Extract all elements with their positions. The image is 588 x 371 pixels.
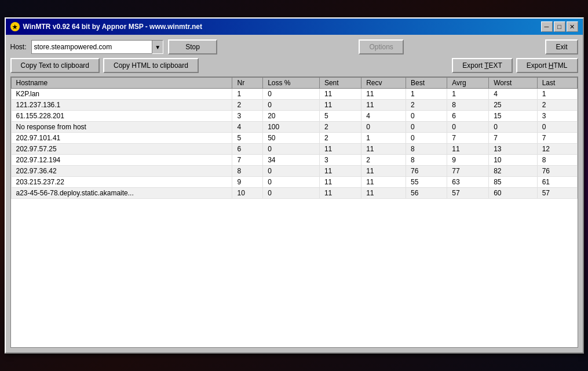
options-button[interactable]: Options	[359, 39, 403, 54]
titlebar-controls: ─ □ ✕	[541, 21, 578, 32]
cell-recv: 11	[361, 177, 406, 188]
cell-hostname: a23-45-56-78.deploy.static.akamaite...	[11, 188, 232, 199]
titlebar: ★ WinMTR v0.92 64 bit by Appnor MSP - ww…	[6, 19, 583, 35]
app-icon-symbol: ★	[12, 24, 17, 30]
cell-avrg: 77	[447, 166, 489, 177]
table-row: 202.97.36.4280111176778276	[11, 166, 577, 177]
cell-hostname: 121.237.136.1	[11, 100, 232, 111]
cell-loss: 50	[263, 133, 320, 144]
cell-nr: 3	[232, 111, 263, 122]
cell-recv: 4	[361, 111, 406, 122]
cell-hostname: 61.155.228.201	[11, 111, 232, 122]
titlebar-left: ★ WinMTR v0.92 64 bit by Appnor MSP - ww…	[10, 22, 202, 31]
cell-recv: 11	[361, 144, 406, 155]
exit-button[interactable]: Exit	[545, 39, 578, 54]
cell-sent: 11	[319, 177, 361, 188]
col-header-worst: Worst	[489, 78, 537, 89]
col-header-loss: Loss %	[263, 78, 320, 89]
cell-best: 0	[406, 111, 447, 122]
cell-loss: 0	[263, 100, 320, 111]
cell-avrg: 7	[447, 133, 489, 144]
cell-recv: 2	[361, 155, 406, 166]
cell-best: 0	[406, 133, 447, 144]
cell-recv: 11	[361, 188, 406, 199]
cell-hostname: K2P.lan	[11, 89, 232, 100]
cell-loss: 0	[263, 166, 320, 177]
host-input-wrapper: ▼	[31, 40, 164, 54]
cell-nr: 1	[232, 89, 263, 100]
cell-recv: 0	[361, 122, 406, 133]
col-header-avrg: Avrg	[447, 78, 489, 89]
cell-loss: 100	[263, 122, 320, 133]
cell-hostname: No response from host	[11, 122, 232, 133]
cell-sent: 5	[319, 111, 361, 122]
cell-hostname: 202.97.57.25	[11, 144, 232, 155]
table-body: K2P.lan1011111141121.237.136.12011112825…	[11, 89, 577, 199]
content-area: Host: ▼ Stop Options Exit Copy Text to c…	[6, 35, 583, 352]
cell-avrg: 11	[447, 144, 489, 155]
copy-text-button[interactable]: Copy Text to clipboard	[10, 58, 100, 73]
cell-best: 76	[406, 166, 447, 177]
export-html-button[interactable]: Export HTML	[516, 58, 578, 73]
cell-loss: 0	[263, 188, 320, 199]
cell-recv: 11	[361, 100, 406, 111]
trace-table: Hostname Nr Loss % Sent Recv Best Avrg W…	[11, 77, 578, 199]
col-header-hostname: Hostname	[11, 78, 232, 89]
cell-hostname: 202.97.12.194	[11, 155, 232, 166]
col-header-recv: Recv	[361, 78, 406, 89]
cell-last: 0	[537, 122, 577, 133]
cell-nr: 9	[232, 177, 263, 188]
cell-nr: 7	[232, 155, 263, 166]
table-row: 202.97.101.41550210777	[11, 133, 577, 144]
cell-nr: 4	[232, 122, 263, 133]
cell-best: 0	[406, 122, 447, 133]
cell-loss: 0	[263, 177, 320, 188]
host-input[interactable]	[31, 40, 152, 54]
table-row: 202.97.12.1947343289108	[11, 155, 577, 166]
cell-worst: 13	[489, 144, 537, 155]
cell-avrg: 57	[447, 188, 489, 199]
copy-html-button[interactable]: Copy HTML to clipboard	[103, 58, 199, 73]
cell-sent: 11	[319, 166, 361, 177]
restore-button[interactable]: □	[554, 21, 565, 32]
col-header-last: Last	[537, 78, 577, 89]
cell-avrg: 1	[447, 89, 489, 100]
cell-best: 56	[406, 188, 447, 199]
cell-worst: 7	[489, 133, 537, 144]
cell-nr: 2	[232, 100, 263, 111]
cell-last: 61	[537, 177, 577, 188]
cell-best: 1	[406, 89, 447, 100]
host-label: Host:	[10, 43, 27, 51]
cell-last: 12	[537, 144, 577, 155]
host-toolbar-row: Host: ▼ Stop Options Exit	[10, 39, 578, 54]
minimize-button[interactable]: ─	[541, 21, 553, 32]
cell-best: 55	[406, 177, 447, 188]
host-dropdown-button[interactable]: ▼	[152, 40, 163, 54]
app-icon: ★	[10, 22, 20, 31]
cell-worst: 25	[489, 100, 537, 111]
cell-avrg: 0	[447, 122, 489, 133]
stop-button[interactable]: Stop	[168, 39, 217, 54]
cell-sent: 2	[319, 122, 361, 133]
cell-worst: 15	[489, 111, 537, 122]
cell-recv: 11	[361, 89, 406, 100]
cell-last: 57	[537, 188, 577, 199]
close-button[interactable]: ✕	[567, 21, 578, 32]
export-text-button[interactable]: Export TEXT	[452, 58, 513, 73]
cell-worst: 4	[489, 89, 537, 100]
export-text-label: Export TEXT	[462, 61, 502, 70]
main-window: ★ WinMTR v0.92 64 bit by Appnor MSP - ww…	[5, 17, 584, 354]
cell-sent: 11	[319, 89, 361, 100]
cell-nr: 5	[232, 133, 263, 144]
cell-sent: 11	[319, 188, 361, 199]
cell-worst: 82	[489, 166, 537, 177]
cell-sent: 11	[319, 144, 361, 155]
table-header-row: Hostname Nr Loss % Sent Recv Best Avrg W…	[11, 78, 577, 89]
cell-last: 8	[537, 155, 577, 166]
trace-table-container: Hostname Nr Loss % Sent Recv Best Avrg W…	[10, 77, 578, 348]
table-row: K2P.lan1011111141	[11, 89, 577, 100]
window-title: WinMTR v0.92 64 bit by Appnor MSP - www.…	[23, 23, 202, 31]
cell-sent: 11	[319, 100, 361, 111]
cell-recv: 1	[361, 133, 406, 144]
cell-sent: 3	[319, 155, 361, 166]
